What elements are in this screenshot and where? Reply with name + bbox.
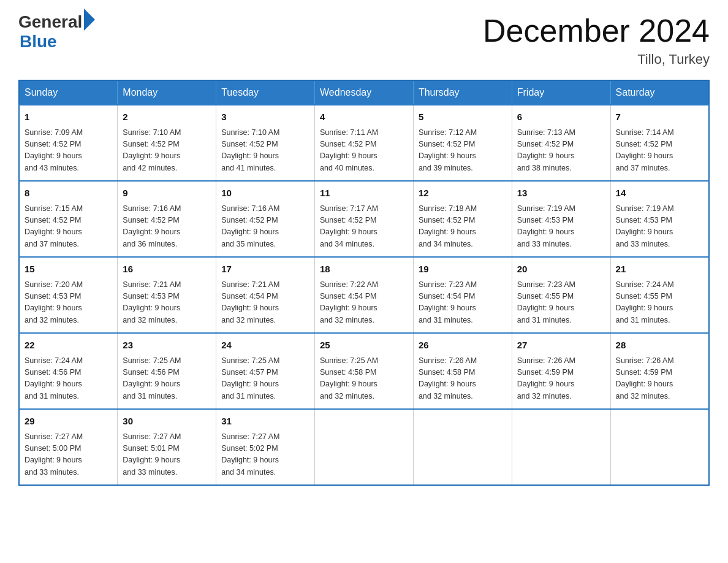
day-number: 25 — [320, 339, 408, 353]
calendar-day-cell: 2Sunrise: 7:10 AMSunset: 4:52 PMDaylight… — [118, 105, 216, 181]
day-info: Sunrise: 7:24 AMSunset: 4:56 PMDaylight:… — [25, 355, 112, 403]
day-number: 27 — [517, 339, 605, 353]
calendar-day-cell: 24Sunrise: 7:25 AMSunset: 4:57 PMDayligh… — [216, 333, 315, 409]
day-number: 17 — [221, 262, 309, 277]
calendar-week-row: 15Sunrise: 7:20 AMSunset: 4:53 PMDayligh… — [19, 257, 709, 333]
calendar-day-cell: 6Sunrise: 7:13 AMSunset: 4:52 PMDaylight… — [512, 105, 610, 181]
calendar-day-cell: 13Sunrise: 7:19 AMSunset: 4:53 PMDayligh… — [512, 181, 610, 257]
day-info: Sunrise: 7:27 AMSunset: 5:01 PMDaylight:… — [123, 431, 211, 479]
logo-blue-text: Blue — [20, 32, 57, 51]
logo: General Blue — [18, 12, 95, 52]
calendar-day-cell: 21Sunrise: 7:24 AMSunset: 4:55 PMDayligh… — [610, 257, 709, 333]
day-info: Sunrise: 7:18 AMSunset: 4:52 PMDaylight:… — [419, 203, 507, 251]
calendar-day-cell — [610, 409, 709, 485]
day-number: 30 — [123, 415, 211, 429]
calendar-day-cell: 11Sunrise: 7:17 AMSunset: 4:52 PMDayligh… — [315, 181, 414, 257]
page-header: General Blue December 2024 Tillo, Turkey — [18, 12, 710, 67]
day-info: Sunrise: 7:24 AMSunset: 4:55 PMDaylight:… — [616, 279, 703, 327]
day-number: 28 — [616, 339, 703, 353]
day-number: 23 — [123, 339, 211, 353]
day-number: 7 — [616, 110, 703, 124]
day-number: 24 — [221, 339, 309, 353]
day-number: 1 — [25, 110, 112, 124]
day-info: Sunrise: 7:13 AMSunset: 4:52 PMDaylight:… — [517, 127, 605, 175]
day-info: Sunrise: 7:23 AMSunset: 4:54 PMDaylight:… — [419, 279, 507, 327]
day-info: Sunrise: 7:12 AMSunset: 4:52 PMDaylight:… — [419, 127, 507, 175]
day-number: 5 — [419, 110, 507, 124]
day-info: Sunrise: 7:16 AMSunset: 4:52 PMDaylight:… — [123, 203, 211, 251]
day-info: Sunrise: 7:11 AMSunset: 4:52 PMDaylight:… — [320, 127, 408, 175]
calendar-day-cell: 20Sunrise: 7:23 AMSunset: 4:55 PMDayligh… — [512, 257, 610, 333]
day-info: Sunrise: 7:19 AMSunset: 4:53 PMDaylight:… — [616, 203, 703, 251]
day-number: 11 — [320, 186, 408, 201]
calendar-table: SundayMondayTuesdayWednesdayThursdayFrid… — [18, 80, 710, 486]
calendar-day-cell: 22Sunrise: 7:24 AMSunset: 4:56 PMDayligh… — [19, 333, 118, 409]
calendar-week-row: 8Sunrise: 7:15 AMSunset: 4:52 PMDaylight… — [19, 181, 709, 257]
calendar-body: 1Sunrise: 7:09 AMSunset: 4:52 PMDaylight… — [19, 105, 709, 485]
day-info: Sunrise: 7:22 AMSunset: 4:54 PMDaylight:… — [320, 279, 408, 327]
day-info: Sunrise: 7:21 AMSunset: 4:53 PMDaylight:… — [123, 279, 211, 327]
calendar-day-cell: 27Sunrise: 7:26 AMSunset: 4:59 PMDayligh… — [512, 333, 610, 409]
day-info: Sunrise: 7:23 AMSunset: 4:55 PMDaylight:… — [517, 279, 605, 327]
header-saturday: Saturday — [610, 80, 709, 105]
day-info: Sunrise: 7:27 AMSunset: 5:00 PMDaylight:… — [25, 431, 112, 479]
day-number: 12 — [419, 186, 507, 201]
calendar-day-cell: 3Sunrise: 7:10 AMSunset: 4:52 PMDaylight… — [216, 105, 315, 181]
day-number: 13 — [517, 186, 605, 201]
header-thursday: Thursday — [413, 80, 512, 105]
calendar-day-cell: 30Sunrise: 7:27 AMSunset: 5:01 PMDayligh… — [118, 409, 216, 485]
header-sunday: Sunday — [19, 80, 118, 105]
calendar-day-cell: 1Sunrise: 7:09 AMSunset: 4:52 PMDaylight… — [19, 105, 118, 181]
day-info: Sunrise: 7:21 AMSunset: 4:54 PMDaylight:… — [221, 279, 309, 327]
calendar-day-cell: 26Sunrise: 7:26 AMSunset: 4:58 PMDayligh… — [413, 333, 512, 409]
day-number: 16 — [123, 262, 211, 277]
calendar-day-cell: 14Sunrise: 7:19 AMSunset: 4:53 PMDayligh… — [610, 181, 709, 257]
day-number: 18 — [320, 262, 408, 277]
calendar-day-cell: 4Sunrise: 7:11 AMSunset: 4:52 PMDaylight… — [315, 105, 414, 181]
calendar-day-cell: 23Sunrise: 7:25 AMSunset: 4:56 PMDayligh… — [118, 333, 216, 409]
calendar-day-cell: 10Sunrise: 7:16 AMSunset: 4:52 PMDayligh… — [216, 181, 315, 257]
day-info: Sunrise: 7:25 AMSunset: 4:56 PMDaylight:… — [123, 355, 211, 403]
logo-general-text: General — [18, 12, 82, 32]
calendar-day-cell: 9Sunrise: 7:16 AMSunset: 4:52 PMDaylight… — [118, 181, 216, 257]
header-tuesday: Tuesday — [216, 80, 315, 105]
day-number: 6 — [517, 110, 605, 124]
header-row: SundayMondayTuesdayWednesdayThursdayFrid… — [19, 80, 709, 105]
calendar-week-row: 29Sunrise: 7:27 AMSunset: 5:00 PMDayligh… — [19, 409, 709, 485]
logo-arrow-icon — [84, 9, 95, 31]
day-number: 31 — [221, 415, 309, 429]
header-monday: Monday — [118, 80, 216, 105]
day-info: Sunrise: 7:19 AMSunset: 4:53 PMDaylight:… — [517, 203, 605, 251]
logo-wrapper: General Blue — [18, 12, 95, 52]
day-number: 29 — [25, 415, 112, 429]
day-number: 2 — [123, 110, 211, 124]
calendar-week-row: 22Sunrise: 7:24 AMSunset: 4:56 PMDayligh… — [19, 333, 709, 409]
day-info: Sunrise: 7:20 AMSunset: 4:53 PMDaylight:… — [25, 279, 112, 327]
header-wednesday: Wednesday — [315, 80, 414, 105]
day-number: 14 — [616, 186, 703, 201]
day-info: Sunrise: 7:17 AMSunset: 4:52 PMDaylight:… — [320, 203, 408, 251]
calendar-day-cell: 28Sunrise: 7:26 AMSunset: 4:59 PMDayligh… — [610, 333, 709, 409]
calendar-day-cell — [413, 409, 512, 485]
day-info: Sunrise: 7:27 AMSunset: 5:02 PMDaylight:… — [221, 431, 309, 479]
day-number: 19 — [419, 262, 507, 277]
calendar-day-cell: 8Sunrise: 7:15 AMSunset: 4:52 PMDaylight… — [19, 181, 118, 257]
header-friday: Friday — [512, 80, 610, 105]
day-info: Sunrise: 7:26 AMSunset: 4:59 PMDaylight:… — [616, 355, 703, 403]
day-number: 22 — [25, 339, 112, 353]
day-number: 3 — [221, 110, 309, 124]
day-number: 9 — [123, 186, 211, 201]
day-number: 4 — [320, 110, 408, 124]
day-info: Sunrise: 7:10 AMSunset: 4:52 PMDaylight:… — [123, 127, 211, 175]
calendar-day-cell: 15Sunrise: 7:20 AMSunset: 4:53 PMDayligh… — [19, 257, 118, 333]
calendar-day-cell: 19Sunrise: 7:23 AMSunset: 4:54 PMDayligh… — [413, 257, 512, 333]
day-number: 10 — [221, 186, 309, 201]
calendar-day-cell — [315, 409, 414, 485]
logo-line1: General — [18, 12, 95, 32]
calendar-day-cell: 12Sunrise: 7:18 AMSunset: 4:52 PMDayligh… — [413, 181, 512, 257]
day-number: 20 — [517, 262, 605, 277]
location-title: Tillo, Turkey — [483, 52, 710, 67]
logo-line2: Blue — [20, 32, 95, 52]
day-info: Sunrise: 7:26 AMSunset: 4:58 PMDaylight:… — [419, 355, 507, 403]
calendar-header: SundayMondayTuesdayWednesdayThursdayFrid… — [19, 80, 709, 105]
